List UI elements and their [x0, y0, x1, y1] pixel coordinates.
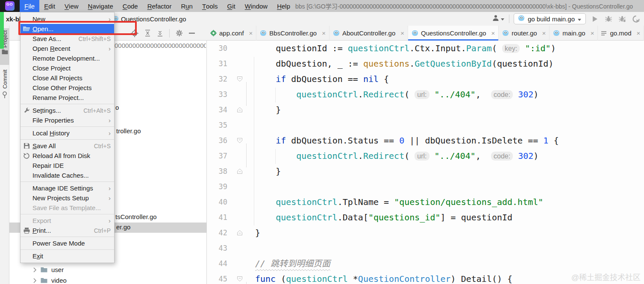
menubar-item-navigate[interactable]: Navigate [83, 0, 118, 12]
gutter [227, 56, 244, 71]
file-menu-item-export[interactable]: Export› [21, 216, 114, 225]
fold-end-icon[interactable] [227, 164, 244, 179]
indent-guide [254, 57, 254, 225]
close-icon[interactable]: × [491, 29, 495, 37]
file-menu-item-close-project[interactable]: Close Project [21, 63, 114, 73]
close-icon[interactable]: × [400, 29, 404, 37]
user-account-button[interactable] [492, 15, 505, 23]
code-text: } [255, 164, 281, 179]
tree-folder-video[interactable]: video [33, 277, 67, 284]
editor-tab-main-go[interactable]: main.go× [550, 26, 598, 41]
annotation-highlight-box [18, 21, 137, 35]
tree-file-fragment[interactable]: troller.go [116, 127, 141, 135]
toolbar-separator [169, 29, 170, 38]
run-button[interactable] [590, 14, 600, 23]
code-line[interactable]: 33 questionCtrl.Redirect( url: "../404",… [207, 87, 644, 102]
debug-button[interactable] [604, 14, 613, 23]
close-icon[interactable]: × [591, 29, 594, 37]
fold-start-icon[interactable] [227, 271, 244, 284]
fold-end-icon[interactable] [227, 102, 244, 117]
file-menu-item-new-projects-setup[interactable]: New Projects Setup› [21, 193, 114, 203]
file-menu-item-close-all-projects[interactable]: Close All Projects [21, 73, 114, 83]
folder-icon [41, 278, 47, 283]
menubar-item-run[interactable]: Run [176, 0, 197, 12]
file-menu-item-power-save-mode[interactable]: Power Save Mode [21, 238, 114, 248]
close-icon[interactable]: × [249, 29, 253, 37]
menubar-item-window[interactable]: Window [240, 0, 272, 12]
tree-file-fragment[interactable]: o [115, 104, 119, 111]
code-line[interactable]: 40 questionCtrl.TplName = "question/ques… [207, 194, 644, 210]
code-line[interactable]: 38 } [207, 164, 644, 179]
tree-folder-label: user [51, 266, 64, 273]
expand-all-icon[interactable] [144, 29, 151, 37]
shortcut-label: Ctrl+Alt+S [83, 107, 111, 114]
fold-start-icon[interactable] [227, 133, 244, 148]
close-icon[interactable]: × [637, 29, 641, 37]
hide-icon[interactable] [189, 32, 195, 34]
code-line[interactable]: 36 if dbQuestion.Status == 0 || dbQuesti… [207, 133, 644, 148]
submenu-arrow-icon: › [106, 117, 111, 124]
collapse-all-icon[interactable] [157, 29, 163, 37]
file-menu-item-remote-development[interactable]: Remote Development... [21, 53, 114, 63]
editor-tab-aboutcontroller-go[interactable]: AboutController.go× [329, 26, 408, 41]
file-menu-item-save-as[interactable]: Save As...Ctrl+Shift+S [21, 34, 114, 44]
tree-folder-user[interactable]: user [33, 266, 64, 273]
file-menu-item-settings[interactable]: Settings...Ctrl+Alt+S [21, 105, 114, 115]
code-line[interactable]: 35 [207, 117, 644, 133]
code-line[interactable]: 30 questionId := questionCtrl.Ctx.Input.… [207, 41, 644, 56]
editor-tab-bbscontroller-go[interactable]: BbsController.go× [256, 26, 329, 41]
file-menu-item-manage-ide-settings[interactable]: Manage IDE Settings› [21, 183, 114, 193]
run-configuration-select[interactable]: go build main.go [514, 13, 586, 24]
file-menu-item-exit[interactable]: Exit [21, 251, 114, 261]
menubar-item-help[interactable]: Help [272, 0, 295, 12]
file-menu-item-file-properties[interactable]: File Properties› [21, 115, 114, 125]
code-line[interactable]: 37 questionCtrl.Redirect( url: "../404",… [207, 148, 644, 164]
close-icon[interactable]: × [322, 29, 326, 37]
close-icon[interactable]: × [542, 29, 546, 37]
tree-file-fragment[interactable]: tsController.go [115, 213, 157, 220]
editor-tab-questionscontroller-go[interactable]: QuestionsController.go× [408, 26, 499, 41]
settings-icon[interactable] [176, 29, 183, 37]
fold-connector-line [246, 82, 247, 106]
fold-end-icon[interactable] [227, 225, 244, 240]
file-menu-item-print[interactable]: Print...Ctrl+P [21, 225, 114, 235]
menubar-item-file[interactable]: File [20, 0, 39, 12]
file-menu-item-repair-ide[interactable]: Repair IDE [21, 161, 114, 170]
file-menu-item-close-other-projects[interactable]: Close Other Projects [21, 83, 114, 93]
code-text: } [255, 225, 260, 240]
line-number: 41 [207, 210, 227, 225]
file-menu-item-reload-all-from-disk[interactable]: Reload All from Disk [21, 151, 114, 161]
code-editor[interactable]: 30 questionId := questionCtrl.Ctx.Input.… [207, 41, 644, 284]
editor-tab-router-go[interactable]: router.go× [499, 26, 550, 41]
line-number: 38 [207, 164, 227, 179]
menubar-item-code[interactable]: Code [118, 0, 143, 12]
file-menu-item-save-file-as-template[interactable]: Save File as Template... [21, 203, 114, 213]
code-line[interactable]: 44// 跳转到明细页面 [207, 256, 644, 271]
profiler-button[interactable] [631, 14, 641, 23]
code-line[interactable]: 42} [207, 225, 644, 240]
menubar-item-view[interactable]: View [60, 0, 83, 12]
file-menu-item-save-all[interactable]: Save AllCtrl+S [21, 141, 114, 151]
code-line[interactable]: 39 [207, 179, 644, 194]
file-menu-item-invalidate-caches[interactable]: Invalidate Caches... [21, 170, 114, 180]
menubar-item-refactor[interactable]: Refactor [143, 0, 176, 12]
file-menu-item-label: New Projects Setup [32, 194, 106, 202]
editor-tab-go-mod[interactable]: go.mod× [598, 26, 644, 41]
code-line[interactable]: 43 [207, 240, 644, 256]
file-menu-item-rename-project[interactable]: Rename Project... [21, 93, 114, 102]
code-line[interactable]: 34 } [207, 102, 644, 117]
fold-start-icon[interactable] [227, 71, 244, 87]
line-number: 37 [207, 148, 227, 164]
file-menu-item-local-history[interactable]: Local History› [21, 128, 114, 138]
menubar-item-edit[interactable]: Edit [39, 0, 60, 12]
menubar-item-tools[interactable]: Tools [197, 0, 223, 12]
code-line[interactable]: 41 questionCtrl.Data["questions_id"] = q… [207, 210, 644, 225]
run-with-coverage-button[interactable] [618, 14, 627, 23]
file-menu-item-label: Close Project [32, 64, 111, 72]
menubar-item-git[interactable]: Git [223, 0, 240, 12]
tool-stripe-commit[interactable]: Commit [0, 67, 9, 108]
editor-tab-app-conf[interactable]: app.conf× [207, 26, 256, 41]
file-menu-item-open-recent[interactable]: Open Recent› [21, 44, 114, 53]
code-line[interactable]: 31 dbQuestion, _ := questions.GetQuestio… [207, 56, 644, 71]
code-line[interactable]: 32 if dbQuestion == nil { [207, 71, 644, 87]
